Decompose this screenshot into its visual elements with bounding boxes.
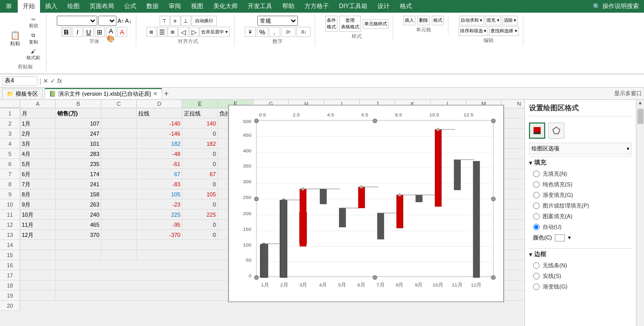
col-N[interactable]: N (502, 100, 524, 108)
chart-panel[interactable]: 0.5 2.5 4.5 6.5 8.5 10.5 12.5 0 50 100 1… (228, 105, 504, 302)
table-format-button[interactable]: 套用表格格式 (339, 16, 361, 32)
tab-insert[interactable]: 插入 (40, 0, 62, 13)
vertical-scrollbar[interactable]: ▲ ▼ (636, 100, 644, 326)
indent-inc[interactable]: ▷ (189, 27, 199, 37)
italic-button[interactable]: I (72, 27, 83, 37)
bold-button[interactable]: B (61, 27, 71, 37)
format-painter-button[interactable]: 🖌格式刷 (24, 48, 42, 62)
currency-button[interactable]: ¥ (245, 27, 256, 37)
formula-input[interactable] (64, 76, 642, 86)
merge-center[interactable]: 合并后居中 ▾ (200, 27, 230, 37)
font-size-select[interactable] (98, 16, 117, 26)
cell-d11[interactable]: 225 (137, 210, 182, 220)
border-option-solid[interactable]: 实线(S) (529, 271, 632, 281)
cell-c11[interactable] (101, 210, 137, 220)
fill-option-none[interactable]: 无填充(N) (529, 169, 632, 179)
conditional-format-button[interactable]: 条件格式 (325, 16, 337, 32)
fill-radio-picture[interactable] (533, 202, 540, 209)
cell-a12[interactable]: 11月 (20, 220, 56, 230)
cell-a2[interactable]: 1月 (20, 118, 56, 129)
border-option-gradient[interactable]: 渐变线(G) (529, 281, 632, 292)
row-h-12[interactable]: 12 (0, 220, 20, 230)
cut-button[interactable]: ✂剪切 (24, 16, 42, 30)
border-button[interactable]: ⊞ (95, 27, 105, 37)
cell-c3[interactable] (101, 129, 137, 139)
tab-layout[interactable]: 页面布局 (85, 0, 119, 13)
cell-e1[interactable]: 正拉线 (182, 108, 218, 118)
cell-a3[interactable]: 2月 (20, 129, 56, 139)
border-radio-gradient[interactable] (533, 283, 540, 290)
cell-d8[interactable]: -83 (137, 179, 182, 189)
row-h-5[interactable]: 5 (0, 149, 20, 159)
align-left[interactable]: ≡ (146, 27, 157, 37)
align-bottom[interactable]: ⊥ (181, 16, 191, 26)
cell-a5[interactable]: 4月 (20, 149, 56, 159)
formula-function-icon[interactable]: fx (57, 77, 62, 85)
fill-radio-auto[interactable] (533, 224, 540, 230)
cell-e6[interactable]: 0 (182, 159, 218, 169)
tab-grid[interactable]: 方方格子 (299, 0, 334, 13)
cell-b10[interactable]: 263 (56, 199, 101, 210)
wrap-text[interactable]: 自动换行 (192, 16, 217, 26)
tab-draw[interactable]: 绘图 (62, 0, 85, 13)
cell-d1[interactable]: 拉线 (137, 108, 182, 118)
col-E[interactable]: E (182, 100, 218, 108)
row-h-20[interactable]: 20 (0, 301, 20, 311)
cell-a13[interactable]: 12月 (20, 230, 56, 240)
scroll-thumb[interactable] (637, 109, 643, 124)
align-right[interactable]: ≡ (168, 27, 178, 37)
cell-e3[interactable]: 0 (182, 129, 218, 139)
cell-c1[interactable] (101, 108, 137, 118)
fill-radio-gradient[interactable] (533, 192, 540, 198)
indent-dec[interactable]: ◁ (178, 27, 188, 37)
border-option-none[interactable]: 无线条(N) (529, 260, 632, 271)
col-B[interactable]: B (56, 100, 101, 108)
row-h-17[interactable]: 17 (0, 270, 20, 280)
font-color-button[interactable]: A (117, 27, 127, 37)
cell-e12[interactable]: 0 (182, 220, 218, 230)
tab-design[interactable]: 设计 (372, 0, 395, 13)
cell-b4[interactable]: 101 (56, 139, 101, 149)
cell-b8[interactable]: 241 (56, 179, 101, 189)
cell-c4[interactable] (101, 139, 137, 149)
tab-help[interactable]: 帮助 (277, 0, 299, 13)
fill-option-picture[interactable]: 图片或纹理填充(P) (529, 200, 632, 211)
cell-a1[interactable]: 月 (20, 108, 56, 118)
scroll-up-arrow[interactable]: ▲ (636, 100, 645, 108)
cell-c5[interactable] (101, 149, 137, 159)
close-tab-icon[interactable]: ✕ (153, 91, 158, 97)
row-h-9[interactable]: 9 (0, 189, 20, 199)
copy-button[interactable]: ⧉复制 (24, 31, 42, 47)
cell-e10[interactable]: 0 (182, 199, 218, 210)
cell-a8[interactable]: 7月 (20, 179, 56, 189)
paste-button[interactable]: 📋粘贴 (8, 30, 22, 48)
cell-e13[interactable]: 0 (182, 230, 218, 240)
cell-d5[interactable]: -48 (137, 149, 182, 159)
sort-filter-button[interactable]: 排序和筛选 ▾ (459, 26, 488, 36)
tab-beauty[interactable]: 美化大师 (208, 0, 243, 13)
color-swatch[interactable] (555, 234, 565, 241)
fill-option-pattern[interactable]: 图案填充(A) (529, 211, 632, 222)
font-size-increase[interactable]: A↑ (118, 18, 124, 24)
cell-a6[interactable]: 5月 (20, 159, 56, 169)
fill-icon-button[interactable] (529, 123, 545, 139)
cell-a9[interactable]: 8月 (20, 189, 56, 199)
tab-view[interactable]: 视图 (186, 0, 208, 13)
tab-begin[interactable]: 开始 (18, 0, 40, 13)
row-h-14[interactable]: 14 (0, 240, 20, 250)
row-h-11[interactable]: 11 (0, 210, 20, 220)
cell-b11[interactable]: 240 (56, 210, 101, 220)
tab-diy[interactable]: DIY工具箱 (334, 0, 372, 13)
row-h-15[interactable]: 15 (0, 250, 20, 260)
row-h-13[interactable]: 13 (0, 230, 20, 240)
decimal-dec[interactable]: .0↓ (296, 27, 311, 37)
underline-button[interactable]: U (84, 27, 94, 37)
tab-devtools[interactable]: 开发工具 (243, 0, 277, 13)
format-button[interactable]: 格式 (432, 16, 444, 25)
row-h-16[interactable]: 16 (0, 260, 20, 270)
cell-e9[interactable]: 105 (182, 189, 218, 199)
border-section-header[interactable]: ▾ 边框 (529, 248, 632, 260)
cell-a11[interactable]: 10月 (20, 210, 56, 220)
add-tab-icon[interactable]: + (164, 89, 169, 98)
cell-a7[interactable]: 6月 (20, 169, 56, 179)
